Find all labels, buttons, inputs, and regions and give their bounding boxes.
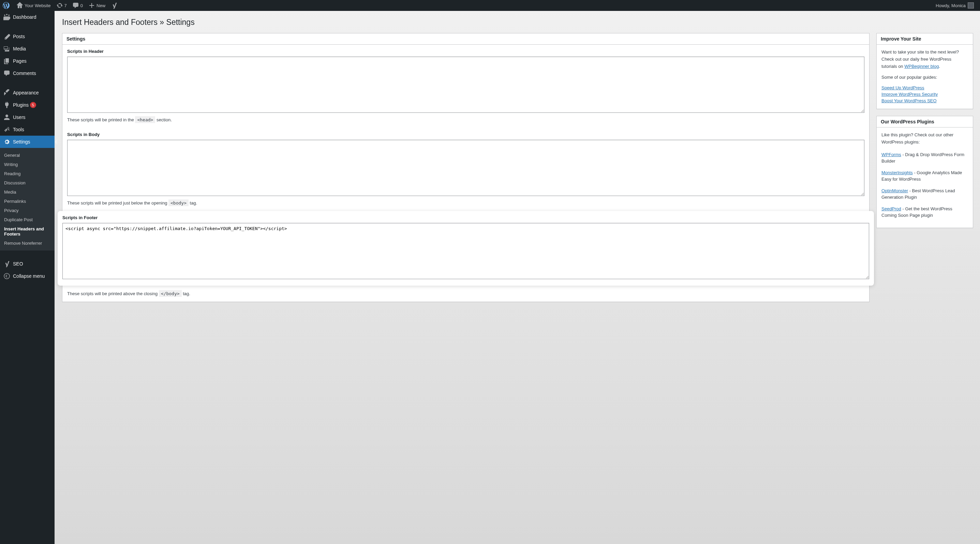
submenu-general[interactable]: General	[0, 151, 54, 160]
text: These scripts will be printed above the …	[67, 291, 159, 296]
submenu-media[interactable]: Media	[0, 187, 54, 197]
submenu-permalinks[interactable]: Permalinks	[0, 197, 54, 206]
menu-posts[interactable]: Posts	[0, 30, 54, 43]
admin-sidebar: Dashboard Posts Media Pages Comments App…	[0, 11, 54, 544]
submenu-insert-headers[interactable]: Insert Headers and Footers	[0, 224, 54, 239]
improve-heading: Improve Your Site	[877, 33, 973, 44]
plugin-wpforms: WPForms - Drag & Drop WordPress Form Bui…	[881, 151, 968, 165]
wpbeginner-link[interactable]: WPBeginner blog	[904, 64, 939, 69]
menu-label: Tools	[13, 127, 24, 132]
yoast-link[interactable]	[108, 0, 122, 11]
collapse-icon	[3, 273, 10, 279]
code: <head>	[135, 116, 155, 123]
new-content-link[interactable]: New	[86, 0, 108, 11]
comments-icon	[3, 70, 10, 77]
footer-scripts-textarea[interactable]	[62, 223, 869, 279]
menu-label: Pages	[13, 58, 27, 64]
improve-intro: Want to take your site to the next level…	[881, 49, 968, 70]
svg-point-0	[4, 273, 10, 279]
footer-scripts-highlight: Scripts in Footer	[57, 211, 874, 285]
menu-tools[interactable]: Tools	[0, 124, 54, 136]
settings-icon	[3, 138, 10, 145]
body-scripts-textarea[interactable]	[67, 140, 864, 196]
wpforms-link[interactable]: WPForms	[881, 152, 901, 157]
menu-label: Appearance	[13, 90, 39, 95]
menu-label: Settings	[13, 139, 30, 144]
tools-icon	[3, 126, 10, 133]
submenu-reading[interactable]: Reading	[0, 169, 54, 178]
header-scripts-section: Scripts in Header These scripts will be …	[62, 44, 869, 128]
home-icon	[16, 2, 23, 9]
submenu-duplicate-post[interactable]: Duplicate Post	[0, 215, 54, 224]
menu-label: Users	[13, 114, 25, 120]
menu-label: SEO	[13, 261, 23, 266]
menu-appearance[interactable]: Appearance	[0, 87, 54, 99]
footer-scripts-description: These scripts will be printed above the …	[67, 291, 864, 296]
comments-link[interactable]: 0	[70, 0, 86, 11]
menu-users[interactable]: Users	[0, 111, 54, 124]
user-avatar-icon	[968, 2, 974, 8]
main-content: Insert Headers and Footers » Settings Se…	[54, 11, 980, 544]
yoast-icon	[111, 2, 118, 9]
text: section.	[155, 117, 172, 122]
menu-settings[interactable]: Settings	[0, 136, 54, 148]
menu-pages[interactable]: Pages	[0, 55, 54, 67]
text: These scripts will be printed in the	[67, 117, 135, 122]
users-icon	[3, 114, 10, 121]
comments-count: 0	[81, 3, 83, 8]
seo-link[interactable]: Boost Your WordPress SEO	[881, 98, 968, 103]
ourplugins-heading: Our WordPress Plugins	[877, 116, 973, 127]
wordpress-icon	[3, 2, 10, 9]
plugins-badge: 5	[30, 102, 36, 108]
ourplugins-box: Our WordPress Plugins Like this plugin? …	[877, 116, 973, 228]
text: tag.	[182, 291, 190, 296]
security-link[interactable]: Improve WordPress Security	[881, 92, 968, 97]
howdy-text: Howdy, Monica	[935, 3, 966, 8]
menu-label: Collapse menu	[13, 273, 45, 279]
updates-link[interactable]: 7	[54, 0, 70, 11]
seo-icon	[3, 260, 10, 267]
comments-bubble-icon	[72, 2, 79, 9]
wp-logo[interactable]	[0, 0, 14, 11]
menu-label: Dashboard	[13, 14, 37, 20]
plugins-icon	[3, 102, 10, 108]
body-scripts-label: Scripts in Body	[67, 132, 864, 137]
admin-bar: Your Website 7 0 New Howdy, Monica	[0, 0, 980, 11]
settings-box: Settings Scripts in Header These scripts…	[62, 33, 870, 302]
improve-box: Improve Your Site Want to take your site…	[877, 33, 973, 109]
new-label: New	[97, 3, 105, 8]
speed-link[interactable]: Speed Up WordPress	[881, 85, 968, 90]
plugin-optinmonster: OptinMonster - Best WordPress Lead Gener…	[881, 187, 968, 201]
optinmonster-link[interactable]: OptinMonster	[881, 188, 908, 193]
collapse-menu[interactable]: Collapse menu	[0, 270, 54, 282]
submenu-discussion[interactable]: Discussion	[0, 178, 54, 187]
menu-dashboard[interactable]: Dashboard	[0, 11, 54, 23]
settings-heading: Settings	[62, 33, 869, 44]
submenu-privacy[interactable]: Privacy	[0, 206, 54, 215]
improve-guides-label: Some of our popular guides:	[881, 74, 968, 81]
posts-icon	[3, 33, 10, 40]
code: <body>	[169, 200, 189, 206]
menu-plugins[interactable]: Plugins 5	[0, 99, 54, 111]
site-name-link[interactable]: Your Website	[14, 0, 54, 11]
header-scripts-textarea[interactable]	[67, 57, 864, 113]
pages-icon	[3, 58, 10, 64]
menu-label: Plugins	[13, 102, 29, 108]
ourplugins-intro: Like this plugin? Check out our other Wo…	[881, 132, 968, 146]
menu-seo[interactable]: SEO	[0, 258, 54, 270]
body-scripts-description: These scripts will be printed just below…	[67, 200, 864, 206]
seedprod-link[interactable]: SeedProd	[881, 206, 901, 211]
footer-scripts-label: Scripts in Footer	[62, 215, 869, 220]
monsterinsights-link[interactable]: MonsterInsights	[881, 170, 913, 175]
page-title: Insert Headers and Footers » Settings	[62, 18, 973, 27]
menu-label: Media	[13, 46, 26, 51]
menu-media[interactable]: Media	[0, 43, 54, 55]
settings-submenu: General Writing Reading Discussion Media…	[0, 148, 54, 251]
submenu-remove-noreferrer[interactable]: Remove Noreferrer	[0, 239, 54, 248]
dashboard-icon	[3, 14, 10, 21]
submenu-writing[interactable]: Writing	[0, 160, 54, 169]
header-scripts-label: Scripts in Header	[67, 49, 864, 54]
user-menu[interactable]: Howdy, Monica	[933, 0, 977, 11]
body-scripts-section: Scripts in Body These scripts will be pr…	[62, 128, 869, 211]
menu-comments[interactable]: Comments	[0, 67, 54, 79]
